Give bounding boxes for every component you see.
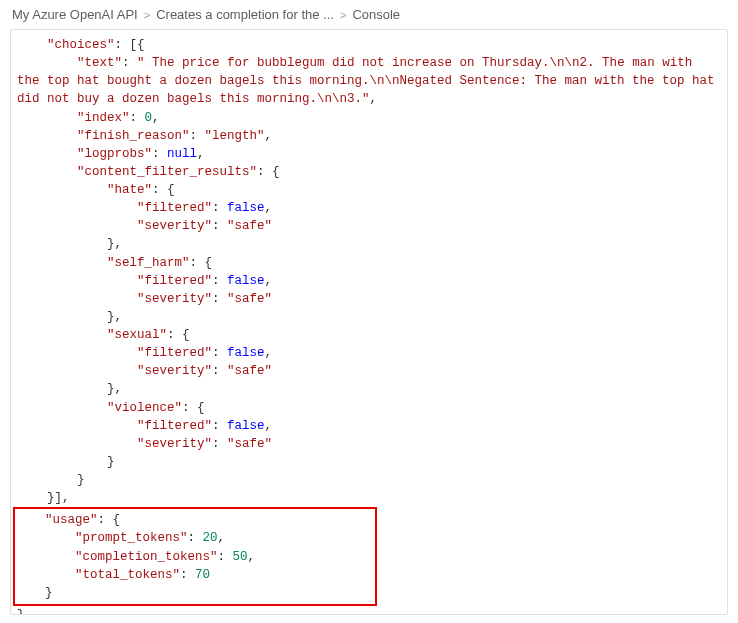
json-val-severity: "safe" (227, 364, 272, 378)
json-val-severity: "safe" (227, 219, 272, 233)
breadcrumb-item-completion[interactable]: Creates a completion for the ... (156, 7, 334, 22)
json-val-filtered: false (227, 201, 265, 215)
json-key-filtered: "filtered" (137, 346, 212, 360)
json-key-severity: "severity" (137, 364, 212, 378)
json-key-logprobs: "logprobs" (77, 147, 152, 161)
json-key-violence: "violence" (107, 401, 182, 415)
json-val-finish-reason: "length" (205, 129, 265, 143)
json-key-hate: "hate" (107, 183, 152, 197)
chevron-right-icon: > (340, 9, 346, 21)
json-key-prompt-tokens: "prompt_tokens" (75, 531, 188, 545)
json-key-total-tokens: "total_tokens" (75, 568, 180, 582)
json-key-choices: "choices" (47, 38, 115, 52)
json-key-usage: "usage" (45, 513, 98, 527)
json-key-severity: "severity" (137, 292, 212, 306)
json-val-filtered: false (227, 274, 265, 288)
usage-highlight-box: "usage": { "prompt_tokens": 20, "complet… (13, 507, 377, 606)
json-val-completion-tokens: 50 (233, 550, 248, 564)
json-val-index: 0 (145, 111, 153, 125)
json-key-completion-tokens: "completion_tokens" (75, 550, 218, 564)
json-key-severity: "severity" (137, 219, 212, 233)
json-val-severity: "safe" (227, 437, 272, 451)
console-panel: "choices": [{ "text": " The price for bu… (10, 29, 728, 615)
json-key-content-filter-results: "content_filter_results" (77, 165, 257, 179)
json-output: "choices": [{ "text": " The price for bu… (11, 30, 727, 615)
json-key-index: "index" (77, 111, 130, 125)
json-key-self-harm: "self_harm" (107, 256, 190, 270)
json-val-total-tokens: 70 (195, 568, 210, 582)
json-val-severity: "safe" (227, 292, 272, 306)
json-val-logprobs: null (167, 147, 197, 161)
json-key-finish-reason: "finish_reason" (77, 129, 190, 143)
chevron-right-icon: > (144, 9, 150, 21)
breadcrumb: My Azure OpenAI API > Creates a completi… (0, 0, 738, 29)
json-key-text: "text" (77, 56, 122, 70)
json-key-filtered: "filtered" (137, 419, 212, 433)
breadcrumb-item-api[interactable]: My Azure OpenAI API (12, 7, 138, 22)
json-val-prompt-tokens: 20 (203, 531, 218, 545)
json-val-filtered: false (227, 419, 265, 433)
json-key-sexual: "sexual" (107, 328, 167, 342)
json-val-filtered: false (227, 346, 265, 360)
json-key-filtered: "filtered" (137, 201, 212, 215)
json-key-severity: "severity" (137, 437, 212, 451)
json-key-filtered: "filtered" (137, 274, 212, 288)
breadcrumb-item-console[interactable]: Console (352, 7, 400, 22)
